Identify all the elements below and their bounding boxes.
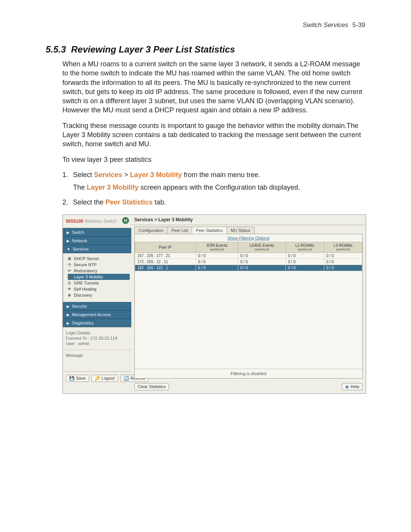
col-leave-events[interactable]: LEAVE Eventssent/rcvd [238,242,285,252]
table-row[interactable]: 172 . 255 . 12 . 11 0 / 0 0 / 0 0 / 0 0 … [135,259,362,265]
step-1-sub: The Layer 3 Mobility screen appears with… [73,183,365,192]
tab-peer-list[interactable]: Peer List [167,227,192,234]
discovery-icon: ◉ [68,293,72,297]
logout-button[interactable]: 🔑Logout [91,375,118,382]
peer-statistics-table: Peer IP JOIN Eventssent/rcvd LEAVE Event… [135,242,362,271]
col-join-events[interactable]: JOIN Eventssent/rcvd [196,242,238,252]
save-button[interactable]: 💾Save [66,375,89,382]
message-box: Message [63,350,131,371]
page-number: 5-39 [352,21,365,29]
step-1-text-c: > [122,171,130,179]
tree-self-healing[interactable]: ✚Self Healing [68,286,130,292]
clear-statistics-button[interactable]: Clear Statistics [134,383,169,390]
nav-switch[interactable]: ▶Switch [63,228,131,236]
tab-bar: Configuration Peer List Peer Statistics … [131,225,366,234]
brand-bar: WS5100 Wireless Switch M [63,215,131,228]
tree-layer3-mobility[interactable]: ▦Layer 3 Mobility [68,274,130,280]
connect-to-label: Connect To : [66,336,89,340]
table-row-selected[interactable]: 182 . 255 . 122 . 1 0 / 0 0 / 0 0 / 0 0 … [135,265,362,271]
step-1-number: 1. [62,170,68,180]
peer-statistics-panel: Show Filtering Options Peer IP JOIN Even… [134,234,363,379]
nav-diagnostics[interactable]: ▶Diagnostics [63,319,131,327]
step-1: 1. Select Services > Layer 3 Mobility fr… [62,170,365,192]
procedure-lead: To view layer 3 peer statistics [62,155,365,164]
save-icon: 💾 [69,376,75,381]
tab-mu-status[interactable]: MU Status [226,227,254,234]
tree-redundancy[interactable]: ⇄Redundancy [68,268,130,274]
tree-dhcp-server[interactable]: ▣DHCP Server [68,256,130,262]
refresh-icon: 🔄 [124,376,129,381]
step-2-text-a: Select the [73,198,105,206]
tab-peer-statistics[interactable]: Peer Statistics [192,227,227,234]
col-peer-ip[interactable]: Peer IP [135,242,196,252]
chevron-right-icon: ▶ [67,313,70,317]
chevron-right-icon: ▶ [67,321,70,325]
motorola-logo-icon: M [122,217,129,224]
running-title: Switch Services [303,21,348,29]
healing-icon: ✚ [68,287,72,291]
running-header: Switch Services 5-39 [46,21,365,29]
redundancy-icon: ⇄ [68,268,72,273]
user-value: admin [78,341,89,346]
step-2-text-c: tab. [153,198,166,206]
breadcrumb: Services > Layer 3 Mobility [131,215,366,225]
brand-product: Wireless Switch [83,219,117,224]
section-title: Reviewing Layer 3 Peer List Statistics [71,44,235,54]
tree-gre-tunnels[interactable]: ◍GRE Tunnels [68,280,130,286]
help-button[interactable]: ◉Help [342,383,363,390]
paragraph-2: Tracking these message counts is importa… [62,121,365,149]
user-label: User : [66,341,77,346]
services-tree: ▣DHCP Server ◔Secure NTP ⇄Redundancy ▦La… [63,253,131,302]
tab-configuration[interactable]: Configuration [134,227,167,234]
step-1-sub-c: screen appears with the Configuration ta… [139,184,300,191]
login-details-title: Login Details [66,331,128,335]
server-icon: ▣ [68,256,72,261]
section-heading: 5.5.3 Reviewing Layer 3 Peer List Statis… [46,44,365,55]
chevron-right-icon: ▶ [67,239,70,243]
clock-icon: ◔ [68,262,72,267]
col-l2-roams[interactable]: L2-ROAMssent/rcvd [286,242,324,252]
nav-management-access[interactable]: ▶Management Access [63,310,131,319]
chevron-down-icon: ▼ [67,247,70,251]
connect-to-value: 172.20.25.114 [91,336,117,340]
chevron-right-icon: ▶ [67,304,70,308]
show-filtering-options-link[interactable]: Show Filtering Options [135,234,362,242]
tunnel-icon: ◍ [68,281,72,285]
step-1-text-a: Select [73,171,94,179]
section-number: 5.5.3 [46,44,66,54]
filter-status-label: Filtering is disabled [135,369,362,378]
step-2-link-peer-stats: Peer Statistics [105,198,153,206]
nav-security[interactable]: ▶Security [63,302,131,310]
table-row[interactable]: 157 . 235 . 177 . 21 0 / 0 0 / 0 0 / 0 0… [135,252,362,259]
step-1-sub-a: The [73,184,87,191]
step-1-sub-link: Layer 3 Mobility [87,184,139,191]
paragraph-1: When a MU roams to a current switch on t… [62,59,365,115]
step-2-number: 2. [62,198,68,207]
app-window: WS5100 Wireless Switch M ▶Switch ▶Networ… [62,214,366,394]
step-1-text-e: from the main menu tree. [182,171,260,179]
login-details-box: Login Details Connect To : 172.20.25.114… [63,327,131,350]
logout-icon: 🔑 [95,376,100,381]
tree-secure-ntp[interactable]: ◔Secure NTP [68,262,130,268]
step-1-link-services: Services [94,171,122,179]
nav-network[interactable]: ▶Network [63,236,131,245]
mobility-icon: ▦ [68,275,72,279]
message-title: Message [66,353,128,358]
step-1-link-l3m: Layer 3 Mobility [130,171,182,179]
step-2: 2. Select the Peer Statistics tab. [62,198,365,207]
col-l3-roams[interactable]: L3-ROAMssent/rcvd [324,242,362,252]
help-icon: ◉ [345,384,349,389]
tree-discovery[interactable]: ◉Discovery [68,292,130,298]
chevron-right-icon: ▶ [67,230,70,235]
brand-model: WS5100 [66,219,83,224]
nav-services[interactable]: ▼Services [63,245,131,253]
